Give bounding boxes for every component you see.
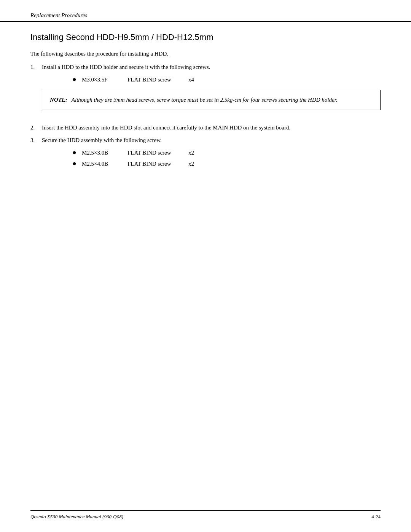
step-2-text: Insert the HDD assembly into the HDD slo… [42, 125, 290, 131]
screw-row-1: ● M3.0×3.5F FLAT BIND screw x4 [72, 76, 381, 83]
screw-row-3: ● M2.5×4.0B FLAT BIND screw x2 [72, 160, 381, 167]
page-container: Replacement Procedures Installing Second… [0, 0, 411, 532]
step-1-screws: ● M3.0×3.5F FLAT BIND screw x4 [72, 76, 381, 83]
screw-qty-3: x2 [188, 161, 194, 167]
note-text: Although they are 3mm head screws, screw… [72, 97, 338, 103]
step-3-content: Secure the HDD assembly with the followi… [42, 137, 381, 173]
step-3-text: Secure the HDD assembly with the followi… [42, 137, 162, 143]
step-3: 3. Secure the HDD assembly with the foll… [30, 137, 381, 173]
footer-section: Qosmio X500 Maintenance Manual (960-Q08)… [30, 510, 381, 520]
step-3-screws: ● M2.5×3.0B FLAT BIND screw x2 ● M2.5×4.… [72, 149, 381, 167]
step-3-number: 3. [30, 137, 42, 173]
bullet-icon-3: ● [72, 160, 76, 167]
steps-list: 1. Install a HDD to the HDD holder and s… [30, 64, 381, 173]
screw-qty-2: x2 [188, 150, 194, 156]
header-title: Replacement Procedures [30, 12, 87, 18]
note-label: NOTE: [50, 97, 67, 103]
step-1-text: Install a HDD to the HDD holder and secu… [42, 64, 210, 70]
step-1-content: Install a HDD to the HDD holder and secu… [42, 64, 381, 118]
footer-right: 4-24 [371, 514, 381, 520]
screw-type-3: FLAT BIND screw [127, 161, 188, 167]
screw-type-1: FLAT BIND screw [127, 77, 188, 83]
note-box: NOTE: Although they are 3mm head screws,… [42, 90, 381, 110]
step-1-number: 1. [30, 64, 42, 118]
screw-spec-1: M3.0×3.5F [82, 77, 127, 83]
bullet-icon-2: ● [72, 149, 76, 156]
intro-text: The following describes the procedure fo… [30, 51, 381, 57]
page-title: Installing Second HDD-H9.5mm / HDD-H12.5… [30, 32, 381, 42]
footer-left: Qosmio X500 Maintenance Manual (960-Q08) [30, 514, 123, 520]
step-1: 1. Install a HDD to the HDD holder and s… [30, 64, 381, 118]
screw-type-2: FLAT BIND screw [127, 150, 188, 156]
screw-qty-1: x4 [188, 77, 194, 83]
screw-row-2: ● M2.5×3.0B FLAT BIND screw x2 [72, 149, 381, 156]
screw-spec-3: M2.5×4.0B [82, 161, 127, 167]
step-2-content: Insert the HDD assembly into the HDD slo… [42, 125, 381, 131]
step-2-number: 2. [30, 125, 42, 131]
screw-spec-2: M2.5×3.0B [82, 150, 127, 156]
main-content: Installing Second HDD-H9.5mm / HDD-H12.5… [0, 32, 411, 173]
header-section: Replacement Procedures [0, 0, 411, 22]
bullet-icon-1: ● [72, 76, 76, 83]
step-2: 2. Insert the HDD assembly into the HDD … [30, 125, 381, 131]
